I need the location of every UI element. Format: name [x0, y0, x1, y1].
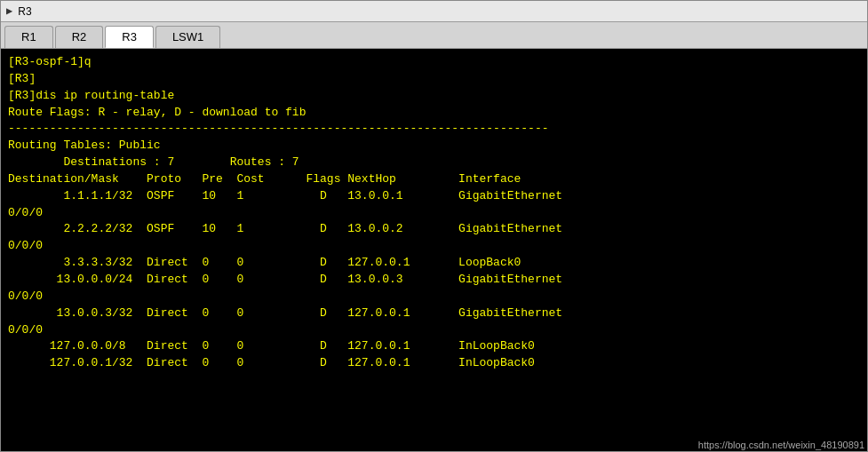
terminal-line-6: Destinations : 7 Routes : 7 [8, 155, 860, 171]
tab-r1[interactable]: R1 [4, 26, 53, 48]
main-window: ▶ R3 R1 R2 R3 LSW1 [R3-ospf-1]q [R3] [R3… [0, 0, 868, 452]
title-bar: ▶ R3 [1, 1, 867, 22]
terminal-line-2: [R3]dis ip routing-table [8, 88, 860, 105]
terminal-line-3: Route Flags: R - relay, D - download to … [8, 105, 860, 122]
terminal-line-16: 0/0/0 [8, 289, 860, 305]
terminal-line-15: 13.0.0.0/24 Direct 0 0 D 13.0.0.3 Gigabi… [8, 272, 860, 289]
terminal-line-1: [R3] [8, 71, 860, 88]
terminal-line-10: 1.1.1.1/32 OSPF 10 1 D 13.0.0.1 GigabitE… [8, 188, 860, 205]
terminal-line-8: Destination/Mask Proto Pre Cost Flags Ne… [8, 171, 860, 188]
terminal-line-18: 0/0/0 [8, 322, 860, 339]
terminal-line-14: 3.3.3.3/32 Direct 0 0 D 127.0.0.1 LoopBa… [8, 255, 860, 272]
terminal-line-17: 13.0.0.3/32 Direct 0 0 D 127.0.0.1 Gigab… [8, 305, 860, 322]
terminal-line-20: 127.0.0.1/32 Direct 0 0 D 127.0.0.1 InLo… [8, 355, 860, 372]
terminal-line-11: 0/0/0 [8, 205, 860, 222]
tab-lsw1[interactable]: LSW1 [155, 26, 220, 48]
tab-r3[interactable]: R3 [105, 26, 154, 48]
terminal-line-4: ----------------------------------------… [8, 121, 860, 138]
tab-bar: R1 R2 R3 LSW1 [1, 22, 867, 49]
terminal-line-0: [R3-ospf-1]q [8, 54, 860, 71]
watermark: https://blog.csdn.net/weixin_48190891 [698, 440, 864, 450]
terminal-line-12: 2.2.2.2/32 OSPF 10 1 D 13.0.0.2 GigabitE… [8, 221, 860, 238]
terminal-line-5: Routing Tables: Public [8, 138, 860, 155]
terminal-line-19: 127.0.0.0/8 Direct 0 0 D 127.0.0.1 InLoo… [8, 338, 860, 355]
terminal-line-13: 0/0/0 [8, 238, 860, 255]
window-title: R3 [18, 5, 31, 18]
terminal-output: [R3-ospf-1]q [R3] [R3]dis ip routing-tab… [1, 49, 867, 451]
window-icon: ▶ [6, 4, 12, 18]
tab-r2[interactable]: R2 [55, 26, 104, 48]
